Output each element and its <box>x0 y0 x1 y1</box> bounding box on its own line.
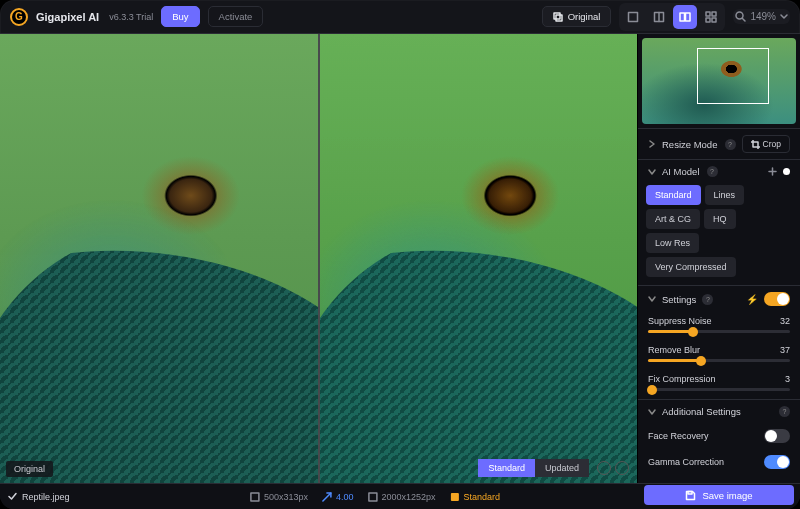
check-icon <box>8 492 17 501</box>
face-recovery-row: Face Recovery <box>638 423 800 449</box>
face-recovery-toggle[interactable] <box>764 429 790 443</box>
svg-point-11 <box>736 12 743 19</box>
processed-tab-standard[interactable]: Standard <box>478 459 535 477</box>
processed-half <box>318 34 638 483</box>
model-chips: Standard Lines Art & CG HQ Low Res Very … <box>638 183 800 285</box>
dimensions-icon <box>250 492 260 502</box>
help-icon[interactable]: ? <box>779 406 790 417</box>
split-container <box>0 34 637 483</box>
save-icon <box>685 490 696 501</box>
svg-rect-8 <box>712 12 716 16</box>
original-label-badge: Original <box>6 461 53 477</box>
filename-text: Reptile.jpeg <box>22 492 70 502</box>
gamma-toggle[interactable] <box>764 455 790 469</box>
help-icon[interactable]: ? <box>725 139 736 150</box>
scale-icon <box>322 492 332 502</box>
grid-view-icon[interactable] <box>699 5 723 29</box>
chevron-down-icon <box>648 168 656 176</box>
svg-rect-1 <box>556 15 562 21</box>
help-icon[interactable]: ? <box>707 166 718 177</box>
top-bar: G Gigapixel AI v6.3.3 Trial Buy Activate… <box>0 0 800 34</box>
model-chip-artcg[interactable]: Art & CG <box>646 209 700 229</box>
output-dimensions: 2000x1252px <box>367 492 435 502</box>
main-row: Original Standard Updated Resize Mode ? <box>0 34 800 483</box>
navigator-viewport-rect[interactable] <box>697 48 769 104</box>
chevron-down-icon <box>780 13 788 21</box>
settings-label: Settings <box>662 294 696 305</box>
fix-compression-label: Fix Compression <box>648 374 716 384</box>
chevron-down-icon <box>648 408 656 416</box>
processed-tab-updated[interactable]: Updated <box>535 459 589 477</box>
processed-label-tabs: Standard Updated <box>478 459 589 477</box>
remove-blur-value: 37 <box>780 345 790 355</box>
side-by-side-view-icon[interactable] <box>673 5 697 29</box>
model-chip-lines[interactable]: Lines <box>705 185 745 205</box>
app-logo: G <box>10 8 28 26</box>
status-dot <box>783 168 790 175</box>
gamma-row: Gamma Correction <box>638 449 800 475</box>
model-chip-standard[interactable]: Standard <box>646 185 701 205</box>
image-viewer[interactable]: Original Standard Updated <box>0 34 638 483</box>
chevron-down-icon <box>648 295 656 303</box>
svg-rect-0 <box>554 13 560 19</box>
face-dot-1 <box>597 461 611 475</box>
crop-button[interactable]: Crop <box>742 135 790 153</box>
status-center: 500x313px 4.00 2000x1252px Standard <box>250 492 500 502</box>
single-view-icon[interactable] <box>621 5 645 29</box>
auto-settings-toggle[interactable] <box>764 292 790 306</box>
zoom-control[interactable]: 149% <box>733 9 790 24</box>
svg-rect-18 <box>451 493 459 501</box>
svg-rect-2 <box>629 12 638 21</box>
remove-blur-slider[interactable]: Remove Blur37 <box>638 341 800 370</box>
compare-mode-group <box>619 3 725 31</box>
dimensions-icon <box>367 492 377 502</box>
buy-button[interactable]: Buy <box>161 6 199 27</box>
resize-mode-row[interactable]: Resize Mode ? Crop <box>638 128 800 159</box>
svg-rect-21 <box>688 491 692 494</box>
face-recovery-label: Face Recovery <box>648 431 709 441</box>
crop-label: Crop <box>763 139 781 149</box>
svg-rect-15 <box>251 493 259 501</box>
scale-factor: 4.00 <box>322 492 354 502</box>
svg-rect-5 <box>680 13 685 21</box>
model-icon <box>450 492 460 502</box>
plus-icon[interactable] <box>768 167 777 176</box>
filename: Reptile.jpeg <box>8 492 70 502</box>
resize-mode-label: Resize Mode <box>662 139 719 150</box>
chevron-right-icon <box>648 140 656 148</box>
svg-line-16 <box>323 493 331 501</box>
additional-settings-row[interactable]: Additional Settings ? <box>638 399 800 423</box>
svg-line-12 <box>743 19 746 22</box>
ai-model-label: AI Model <box>662 166 701 177</box>
model-chip-lowres[interactable]: Low Res <box>646 233 699 253</box>
model-status-text: Standard <box>464 492 501 502</box>
stack-icon <box>553 12 563 22</box>
out-dims-text: 2000x1252px <box>381 492 435 502</box>
svg-rect-6 <box>686 13 691 21</box>
suppress-noise-label: Suppress Noise <box>648 316 712 326</box>
navigator-thumbnail[interactable] <box>642 38 796 124</box>
svg-rect-9 <box>706 18 710 22</box>
original-view-label: Original <box>568 11 601 22</box>
original-half <box>0 34 318 483</box>
magnifier-icon <box>735 11 746 22</box>
ai-model-row[interactable]: AI Model ? <box>638 159 800 183</box>
split-view-icon[interactable] <box>647 5 671 29</box>
app-name: Gigapixel AI <box>36 11 99 23</box>
fix-compression-value: 3 <box>785 374 790 384</box>
zoom-value: 149% <box>750 11 776 22</box>
scale-text: 4.00 <box>336 492 354 502</box>
side-panel: Resize Mode ? Crop AI Model ? Standard L… <box>638 34 800 483</box>
save-image-button[interactable]: Save image <box>644 485 794 505</box>
fix-compression-slider[interactable]: Fix Compression3 <box>638 370 800 399</box>
gamma-label: Gamma Correction <box>648 457 724 467</box>
original-view-button[interactable]: Original <box>542 6 612 27</box>
activate-button[interactable]: Activate <box>208 6 264 27</box>
svg-rect-7 <box>706 12 710 16</box>
model-chip-hq[interactable]: HQ <box>704 209 736 229</box>
additional-settings-label: Additional Settings <box>662 406 773 417</box>
suppress-noise-slider[interactable]: Suppress Noise32 <box>638 312 800 341</box>
model-chip-verycompressed[interactable]: Very Compressed <box>646 257 736 277</box>
settings-row[interactable]: Settings ? ⚡ <box>638 285 800 312</box>
help-icon[interactable]: ? <box>702 294 713 305</box>
